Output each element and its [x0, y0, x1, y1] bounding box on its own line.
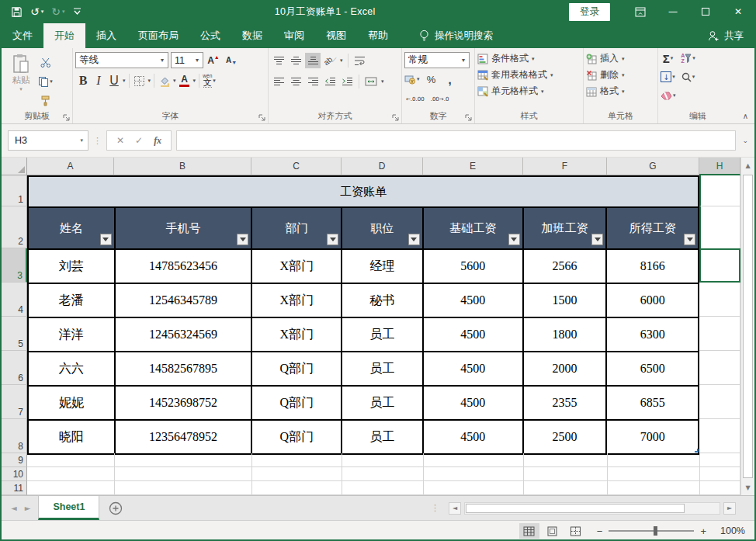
insert-cells-button[interactable]: 插入▾	[586, 50, 655, 67]
table-cell[interactable]: 6300	[607, 318, 699, 352]
row-header-6[interactable]: 6	[2, 351, 27, 385]
table-cell[interactable]: 7000	[607, 421, 699, 455]
table-header-cell[interactable]: 所得工资	[607, 208, 699, 250]
table-header-cell[interactable]: 姓名	[29, 208, 116, 250]
undo-button[interactable]: ↺▾	[30, 5, 43, 18]
table-cell[interactable]: X部门	[252, 318, 342, 352]
formula-bar-handle[interactable]: ⋮	[93, 136, 102, 146]
table-header-cell[interactable]: 加班工资	[524, 208, 608, 250]
close-button[interactable]: ✕	[722, 0, 754, 23]
scroll-left-icon[interactable]: ◄	[449, 502, 461, 515]
column-header-b[interactable]: B	[114, 158, 251, 175]
selected-cell-h3[interactable]	[699, 248, 740, 283]
clear-button[interactable]: ▾	[661, 88, 677, 103]
table-cell[interactable]: 妮妮	[29, 387, 116, 421]
table-cell[interactable]: 员工	[342, 387, 424, 421]
clipboard-dialog-launcher[interactable]	[63, 114, 70, 121]
empty-rows[interactable]	[27, 453, 740, 495]
column-header-e[interactable]: E	[423, 158, 523, 175]
fill-button[interactable]: ↓▾	[661, 69, 676, 85]
insert-function-button[interactable]: fx	[154, 135, 161, 147]
row-header-9[interactable]: 9	[2, 453, 27, 467]
prev-sheet-button[interactable]: ◄	[11, 504, 17, 512]
sign-in-button[interactable]: 登录	[569, 3, 610, 21]
comma-style-button[interactable]: ,	[442, 71, 458, 87]
underline-button[interactable]: U	[106, 73, 122, 88]
autosum-button[interactable]: Σ▾	[661, 50, 676, 66]
cell-h2[interactable]	[699, 206, 740, 248]
table-cell[interactable]: 2355	[524, 387, 608, 421]
table-cell[interactable]: 员工	[342, 318, 424, 352]
column-header-a[interactable]: A	[27, 158, 114, 175]
table-cell[interactable]: 6855	[607, 387, 699, 421]
table-cell[interactable]: 4500	[424, 421, 524, 455]
decrease-decimal-button[interactable]: .00→.0	[431, 89, 449, 105]
table-cell[interactable]: 14785623456	[116, 250, 253, 284]
filter-button[interactable]	[327, 234, 338, 245]
tab-view[interactable]: 视图	[315, 23, 357, 48]
normal-view-button[interactable]	[519, 523, 539, 539]
table-cell[interactable]: 4500	[424, 387, 524, 421]
scroll-right-icon[interactable]: ►	[723, 502, 736, 515]
row-header-4[interactable]: 4	[2, 283, 27, 317]
font-dialog-launcher[interactable]	[258, 114, 265, 121]
grow-font-button[interactable]: A▲	[206, 53, 221, 68]
zoom-slider-thumb[interactable]	[654, 526, 657, 536]
cut-button[interactable]	[38, 54, 54, 70]
table-header-cell[interactable]: 职位	[342, 208, 424, 250]
table-header-cell[interactable]: 基础工资	[424, 208, 524, 250]
table-cell[interactable]: 14582567895	[116, 352, 253, 387]
row-header-11[interactable]: 11	[2, 481, 27, 495]
align-top-button[interactable]	[271, 53, 286, 68]
row-header-7[interactable]: 7	[2, 385, 27, 419]
filter-button[interactable]	[237, 234, 248, 245]
table-cell[interactable]: 12356478952	[116, 421, 253, 455]
cell-h8[interactable]	[699, 419, 740, 453]
align-center-button[interactable]	[288, 74, 303, 89]
merge-center-button[interactable]	[363, 74, 379, 89]
number-format-combo[interactable]: 常规▾	[404, 52, 470, 68]
tab-page-layout[interactable]: 页面布局	[127, 23, 189, 48]
collapse-ribbon-button[interactable]: ∧	[743, 112, 748, 120]
tab-review[interactable]: 审阅	[273, 23, 315, 48]
accounting-format-button[interactable]: ▾	[404, 71, 421, 87]
table-cell[interactable]: 14523698752	[116, 387, 253, 421]
filter-button[interactable]	[408, 234, 420, 245]
minimize-button[interactable]: —	[657, 0, 689, 23]
table-cell[interactable]: X部门	[252, 284, 342, 318]
row-header-2[interactable]: 2	[2, 206, 27, 248]
conditional-formatting-button[interactable]: 条件格式▾	[477, 50, 581, 67]
tab-data[interactable]: 数据	[231, 23, 273, 48]
borders-button[interactable]	[132, 73, 147, 88]
page-break-view-button[interactable]	[566, 523, 586, 539]
table-cell[interactable]: 员工	[342, 421, 424, 455]
cell-h5[interactable]	[699, 317, 740, 351]
shrink-font-button[interactable]: A▼	[224, 53, 239, 68]
phonetic-guide-button[interactable]: wén文▾	[202, 73, 217, 88]
table-cell[interactable]: Q部门	[252, 387, 342, 421]
zoom-in-button[interactable]: +	[700, 525, 706, 537]
table-cell[interactable]: Q部门	[252, 352, 342, 387]
page-layout-view-button[interactable]	[543, 523, 563, 539]
table-resize-handle[interactable]	[695, 449, 699, 453]
cancel-button[interactable]: ✕	[116, 135, 124, 146]
table-cell[interactable]: 5600	[424, 250, 524, 284]
align-middle-button[interactable]	[288, 53, 303, 68]
font-name-combo[interactable]: 等线▾	[75, 52, 168, 68]
format-as-table-button[interactable]: 套用表格格式▾	[477, 67, 581, 83]
column-header-f[interactable]: F	[523, 158, 607, 175]
table-cell[interactable]: 秘书	[342, 284, 424, 318]
select-all-button[interactable]	[2, 158, 27, 175]
share-button[interactable]: 共享	[708, 23, 754, 48]
format-painter-button[interactable]	[38, 93, 54, 109]
table-cell[interactable]: 洋洋	[29, 318, 116, 352]
paste-button[interactable]: 粘贴 ▾	[4, 50, 38, 92]
bold-button[interactable]: B	[75, 73, 91, 88]
table-cell[interactable]: 6000	[607, 284, 699, 318]
vertical-scroll-thumb[interactable]	[743, 175, 753, 478]
table-header-cell[interactable]: 部门	[252, 208, 342, 250]
table-cell[interactable]: 老潘	[29, 284, 116, 318]
tab-help[interactable]: 帮助	[357, 23, 399, 48]
font-color-button[interactable]: A	[177, 73, 192, 88]
save-icon[interactable]	[11, 6, 23, 18]
